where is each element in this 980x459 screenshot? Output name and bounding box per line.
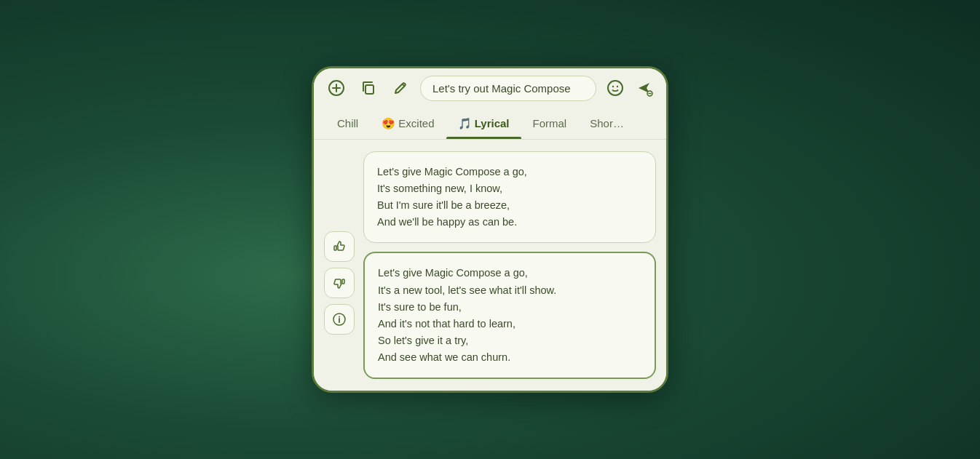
message-bubble-2: Let's give Magic Compose a go,It's a new… <box>363 252 656 379</box>
svg-rect-3 <box>365 85 374 94</box>
messages-container: Let's give Magic Compose a go,It's somet… <box>363 151 656 380</box>
tab-short[interactable]: Shor… <box>578 108 636 138</box>
emoji-button[interactable] <box>604 76 627 100</box>
message-text-1: Let's give Magic Compose a go,It's somet… <box>377 166 527 228</box>
tab-lyrical[interactable]: 🎵 Lyrical <box>446 108 521 139</box>
main-content: Let's give Magic Compose a go,It's somet… <box>314 140 666 391</box>
tab-excited[interactable]: 😍 Excited <box>370 108 446 139</box>
toolbar-right <box>604 76 656 100</box>
svg-rect-10 <box>342 279 344 284</box>
svg-point-4 <box>608 81 623 95</box>
compose-input[interactable] <box>432 82 584 95</box>
magic-compose-panel: Chill 😍 Excited 🎵 Lyrical Formal Shor… <box>312 66 668 394</box>
tab-chill[interactable]: Chill <box>325 108 370 138</box>
message-bubble-1: Let's give Magic Compose a go,It's somet… <box>363 151 656 244</box>
svg-point-5 <box>612 86 614 87</box>
tab-formal[interactable]: Formal <box>521 108 579 138</box>
thumbs-up-button[interactable] <box>324 231 355 262</box>
info-button[interactable] <box>324 304 355 335</box>
copy-button[interactable] <box>356 76 381 100</box>
side-actions <box>324 151 355 380</box>
message-text-2: Let's give Magic Compose a go,It's a new… <box>378 267 556 363</box>
text-input-wrap <box>420 76 596 101</box>
svg-point-6 <box>617 86 618 87</box>
edit-button[interactable] <box>388 76 413 100</box>
svg-rect-9 <box>334 246 336 250</box>
send-button[interactable] <box>633 76 656 100</box>
thumbs-down-button[interactable] <box>324 268 355 298</box>
add-button[interactable] <box>324 76 349 100</box>
svg-point-13 <box>339 316 340 317</box>
tabs-row: Chill 😍 Excited 🎵 Lyrical Formal Shor… <box>314 108 666 140</box>
toolbar <box>314 68 666 108</box>
